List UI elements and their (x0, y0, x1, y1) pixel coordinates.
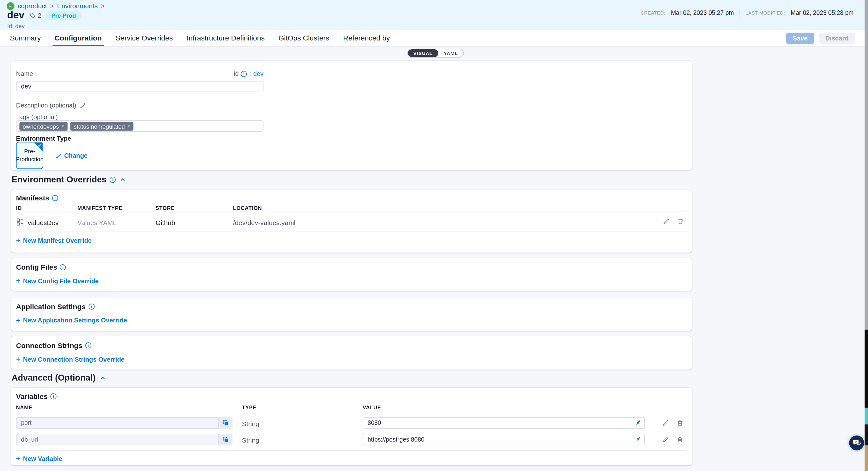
scrollbar-marker-dark (865, 424, 868, 445)
id-info-icon[interactable] (241, 70, 247, 77)
discard-button[interactable]: Discard (819, 33, 856, 43)
breadcrumb-project[interactable]: cdproduct (18, 2, 47, 10)
divider (739, 9, 740, 17)
id-label: Id (234, 70, 239, 77)
col-name: NAME (16, 404, 33, 410)
config-files-title: Config Files (16, 263, 57, 271)
tab-configuration[interactable]: Configuration (55, 30, 102, 46)
tab-service-overrides[interactable]: Service Overrides (116, 30, 173, 46)
tab-infrastructure-definitions[interactable]: Infrastructure Definitions (187, 30, 265, 46)
config-files-info-icon[interactable] (60, 264, 66, 270)
name-input[interactable] (16, 81, 264, 91)
manifest-id: valuesDev (28, 218, 59, 226)
tag-icon (29, 12, 35, 19)
manifests-card: Manifests ID MANIFEST TYPE STORE LOCATIO… (11, 189, 692, 253)
variable-type: String (242, 437, 259, 444)
col-store: STORE (155, 205, 175, 211)
basic-config-card: Name Id : dev Description (optional) Tag… (11, 61, 692, 170)
collapse-chevron-icon[interactable] (119, 176, 127, 183)
scrollbar-track[interactable] (865, 0, 868, 330)
environment-type-label: Environment Type (16, 135, 71, 142)
scrollbar[interactable] (865, 0, 868, 471)
edit-description-icon[interactable] (80, 102, 86, 108)
save-button[interactable]: Save (786, 33, 814, 43)
collapse-chevron-icon[interactable] (99, 374, 106, 382)
environment-type-card[interactable]: Pre-Production (16, 142, 43, 169)
copy-icon[interactable] (218, 434, 233, 445)
new-config-file-override-button[interactable]: + New Config File Override (16, 277, 99, 284)
plus-icon: + (16, 455, 20, 462)
variables-info-icon[interactable] (51, 393, 57, 399)
entity-id: Id: dev (7, 23, 25, 29)
pin-icon[interactable] (635, 436, 642, 442)
breadcrumb: ∞ cdproduct > Environments > (7, 2, 104, 10)
created-value: Mar 02, 2023 05:27 pm (671, 9, 734, 16)
project-logo-icon: ∞ (7, 2, 14, 10)
breadcrumb-environments[interactable]: Environments (57, 2, 98, 10)
new-application-settings-override-button[interactable]: + New Application Settings Override (16, 317, 127, 324)
toggle-yaml[interactable]: YAML (438, 49, 463, 57)
connection-strings-info-icon[interactable] (85, 342, 91, 348)
edit-variable-icon[interactable] (662, 419, 669, 427)
tag-chip-label: owner:devops (23, 123, 59, 129)
change-link: Change (64, 152, 88, 159)
delete-variable-icon[interactable] (677, 436, 684, 443)
new-application-settings-override-label: New Application Settings Override (23, 317, 127, 323)
chat-bubble-icon: ? (852, 439, 861, 447)
modified-label: LAST MODIFIED: (745, 10, 785, 16)
modified-value: Mar 02, 2023 05:28 pm (790, 9, 854, 16)
new-connection-strings-override-label: New Connection Strings Override (23, 356, 124, 362)
variable-value-input[interactable] (363, 434, 645, 445)
id-value: dev (253, 70, 264, 77)
new-variable-button[interactable]: + New Variable (16, 455, 62, 462)
manifests-title: Manifests (16, 194, 49, 202)
divider (16, 232, 687, 232)
tag-chip: owner:devops × (19, 122, 68, 130)
help-chat-button[interactable]: ? (849, 436, 864, 450)
manifest-row[interactable]: valuesDev Values YAML Github /dev/dev-va… (11, 212, 692, 231)
name-label: Name (16, 70, 33, 77)
application-settings-info-icon[interactable] (88, 303, 94, 310)
toggle-visual[interactable]: VISUAL (408, 49, 438, 57)
visual-yaml-toggle: VISUAL YAML (407, 48, 464, 57)
scrollbar-marker-teal (865, 408, 868, 424)
description-label: Description (optional) (16, 102, 76, 109)
variable-value-input[interactable] (363, 417, 645, 429)
tab-summary[interactable]: Summary (10, 30, 41, 46)
page-header: ∞ cdproduct > Environments > dev 2 Pre-P… (0, 0, 868, 30)
pin-icon[interactable] (635, 419, 642, 426)
scrollbar-thumb[interactable] (865, 330, 868, 408)
tag-chip-label: status:nonregulated (73, 123, 125, 129)
new-connection-strings-override-button[interactable]: + New Connection Strings Override (16, 356, 125, 363)
plus-icon: + (16, 356, 20, 363)
change-env-type[interactable]: Change (55, 152, 88, 159)
new-manifest-override-label: New Manifest Override (23, 237, 92, 243)
connection-strings-title: Connection Strings (16, 342, 83, 350)
variable-type: String (242, 420, 259, 428)
new-manifest-override-button[interactable]: + New Manifest Override (16, 236, 92, 244)
environment-overrides-info-icon[interactable] (110, 176, 116, 182)
remove-tag-icon[interactable]: × (61, 123, 64, 129)
manifest-store: Github (155, 218, 175, 226)
page-title: dev (7, 9, 24, 21)
variable-name-input[interactable] (16, 434, 232, 445)
delete-variable-icon[interactable] (677, 419, 684, 427)
variables-title: Variables (16, 392, 48, 401)
col-id: ID (16, 205, 22, 211)
connection-strings-card: Connection Strings + New Connection Stri… (11, 336, 692, 370)
manifests-info-icon[interactable] (52, 195, 58, 201)
delete-manifest-icon[interactable] (677, 218, 684, 225)
edit-manifest-icon[interactable] (663, 218, 670, 225)
breadcrumb-separator: > (50, 3, 54, 9)
application-settings-card: Application Settings + New Application S… (11, 297, 692, 330)
tab-referenced-by[interactable]: Referenced by (343, 30, 390, 46)
variables-card: Variables NAME TYPE VALUE String (11, 388, 692, 465)
remove-tag-icon[interactable]: × (127, 123, 130, 129)
divider (16, 450, 687, 451)
tab-gitops-clusters[interactable]: GitOps Clusters (279, 30, 330, 46)
copy-icon[interactable] (218, 417, 233, 429)
edit-variable-icon[interactable] (662, 436, 669, 443)
tags-input[interactable]: owner:devops × status:nonregulated × (16, 120, 264, 132)
variable-name-input[interactable] (16, 417, 232, 429)
svg-text:?: ? (855, 440, 857, 443)
